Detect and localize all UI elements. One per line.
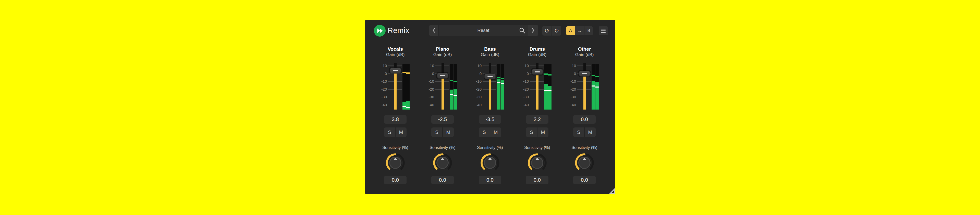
meter-avg-line bbox=[402, 106, 406, 107]
solo-button[interactable]: S bbox=[479, 127, 490, 137]
meter-fill bbox=[501, 80, 504, 109]
gain-value-field[interactable]: -2.5 bbox=[431, 115, 454, 124]
meter-avg-line bbox=[406, 107, 410, 108]
solo-button[interactable]: S bbox=[573, 127, 585, 137]
tick-label: -20 bbox=[563, 87, 576, 92]
preset-previous-button[interactable] bbox=[429, 25, 438, 36]
fader-handle[interactable] bbox=[437, 73, 449, 79]
arrow-right-icon: → bbox=[577, 28, 582, 34]
mute-button[interactable]: M bbox=[538, 127, 549, 137]
sensitivity-knob[interactable] bbox=[386, 153, 405, 173]
fader-fill bbox=[442, 75, 444, 109]
meter-bar-left bbox=[450, 64, 453, 109]
mute-button[interactable]: M bbox=[490, 127, 501, 137]
gain-value-field[interactable]: 3.8 bbox=[384, 115, 407, 124]
tick-label: -20 bbox=[469, 87, 482, 92]
solo-button[interactable]: S bbox=[431, 127, 443, 137]
fader-fill bbox=[584, 74, 586, 110]
gain-parameter-label: Gain (dB) bbox=[466, 52, 514, 57]
preset-next-button[interactable] bbox=[528, 25, 538, 36]
hamburger-menu-icon bbox=[601, 29, 606, 29]
ab-slot-b-button[interactable]: B bbox=[584, 26, 593, 35]
gain-parameter-label: Gain (dB) bbox=[561, 52, 608, 57]
fader-handle[interactable] bbox=[484, 74, 496, 79]
fader-handle[interactable] bbox=[579, 71, 590, 77]
tick-label: 0 bbox=[516, 71, 529, 76]
level-meter bbox=[450, 64, 457, 109]
ab-slot-a-button[interactable]: A bbox=[566, 26, 575, 35]
meter-bar-left bbox=[544, 64, 548, 109]
meter-avg-line bbox=[544, 90, 548, 91]
channel-strip: Bass Gain (dB) 100-10-20-30-40 -3.5 S M … bbox=[466, 46, 514, 189]
sensitivity-knob[interactable] bbox=[575, 153, 594, 173]
sensitivity-label: Sensitivity (%) bbox=[514, 145, 561, 150]
channel-name: Drums bbox=[514, 47, 561, 52]
gain-parameter-label: Gain (dB) bbox=[372, 52, 419, 57]
solo-button[interactable]: S bbox=[526, 127, 538, 137]
hamburger-menu-button[interactable] bbox=[599, 26, 608, 35]
tick-label: 10 bbox=[422, 63, 434, 68]
remix-plugin-window: Remix Reset ↺ ↻ bbox=[365, 20, 615, 194]
tick-label: -20 bbox=[516, 87, 529, 92]
sensitivity-knob[interactable] bbox=[480, 153, 500, 173]
tick-label: -20 bbox=[374, 87, 387, 92]
meter-avg-line bbox=[501, 83, 504, 84]
redo-icon: ↻ bbox=[554, 27, 559, 34]
gain-fader: 100-10-20-30-40 bbox=[372, 63, 419, 109]
sensitivity-value-field[interactable]: 0.0 bbox=[526, 176, 549, 184]
solo-mute-group: S M bbox=[384, 127, 407, 137]
meter-peak-mark bbox=[453, 81, 457, 82]
preset-bar: Reset bbox=[429, 25, 538, 36]
meter-avg-line bbox=[450, 94, 453, 95]
meter-bar-right bbox=[453, 64, 457, 109]
mute-button[interactable]: M bbox=[443, 127, 454, 137]
meter-bar-right bbox=[548, 64, 552, 109]
preset-name: Reset bbox=[477, 28, 489, 33]
meter-fill bbox=[453, 89, 457, 110]
sensitivity-knob[interactable] bbox=[528, 153, 547, 173]
preset-name-field[interactable]: Reset bbox=[438, 25, 528, 36]
meter-peak-mark bbox=[595, 76, 599, 77]
mute-button[interactable]: M bbox=[585, 127, 596, 137]
window-resize-handle[interactable] bbox=[609, 188, 615, 194]
history-controls: ↺ ↻ bbox=[542, 26, 561, 35]
fader-handle[interactable] bbox=[390, 67, 401, 74]
meter-peak-mark bbox=[402, 72, 406, 73]
gain-value-field[interactable]: 2.2 bbox=[526, 115, 549, 124]
meter-peak-mark bbox=[450, 80, 453, 81]
channel-strip: Piano Gain (dB) 100-10-20-30-40 -2.5 S M… bbox=[419, 46, 466, 189]
tick-label: -40 bbox=[422, 103, 434, 108]
sensitivity-value-field[interactable]: 0.0 bbox=[384, 176, 407, 184]
tick-label: 10 bbox=[374, 63, 387, 68]
search-icon[interactable] bbox=[519, 27, 525, 34]
redo-button[interactable]: ↻ bbox=[552, 26, 561, 35]
tick-label: 0 bbox=[422, 71, 434, 76]
sensitivity-knob[interactable] bbox=[433, 153, 452, 173]
tick-label: -30 bbox=[374, 95, 387, 99]
gain-fader: 100-10-20-30-40 bbox=[466, 63, 514, 109]
undo-button[interactable]: ↺ bbox=[542, 26, 552, 35]
level-meter bbox=[402, 64, 410, 109]
gain-value-field[interactable]: -3.5 bbox=[479, 115, 501, 124]
meter-bar-left bbox=[497, 64, 501, 109]
meter-fill bbox=[595, 82, 599, 109]
tick-label: -10 bbox=[374, 79, 387, 84]
meter-fill bbox=[406, 101, 410, 109]
ab-copy-button[interactable]: → bbox=[575, 26, 584, 35]
solo-button[interactable]: S bbox=[384, 127, 396, 137]
sensitivity-value-field[interactable]: 0.0 bbox=[431, 176, 454, 184]
tick-label: -40 bbox=[374, 103, 387, 108]
tick-label: -30 bbox=[469, 95, 482, 99]
gain-value-field[interactable]: 0.0 bbox=[573, 115, 596, 124]
desktop-background: Remix Reset ↺ ↻ bbox=[0, 0, 980, 215]
meter-avg-line bbox=[453, 95, 457, 96]
gain-parameter-label: Gain (dB) bbox=[419, 52, 466, 57]
tick-label: -40 bbox=[516, 103, 529, 108]
sensitivity-value-field[interactable]: 0.0 bbox=[479, 176, 501, 184]
fader-handle[interactable] bbox=[531, 69, 543, 75]
channel-strip: Vocals Gain (dB) 100-10-20-30-40 3.8 S M… bbox=[372, 46, 419, 189]
mute-button[interactable]: M bbox=[396, 127, 407, 137]
sensitivity-value-field[interactable]: 0.0 bbox=[573, 176, 596, 184]
gain-parameter-label: Gain (dB) bbox=[514, 52, 561, 57]
tick-label: -40 bbox=[469, 103, 482, 108]
